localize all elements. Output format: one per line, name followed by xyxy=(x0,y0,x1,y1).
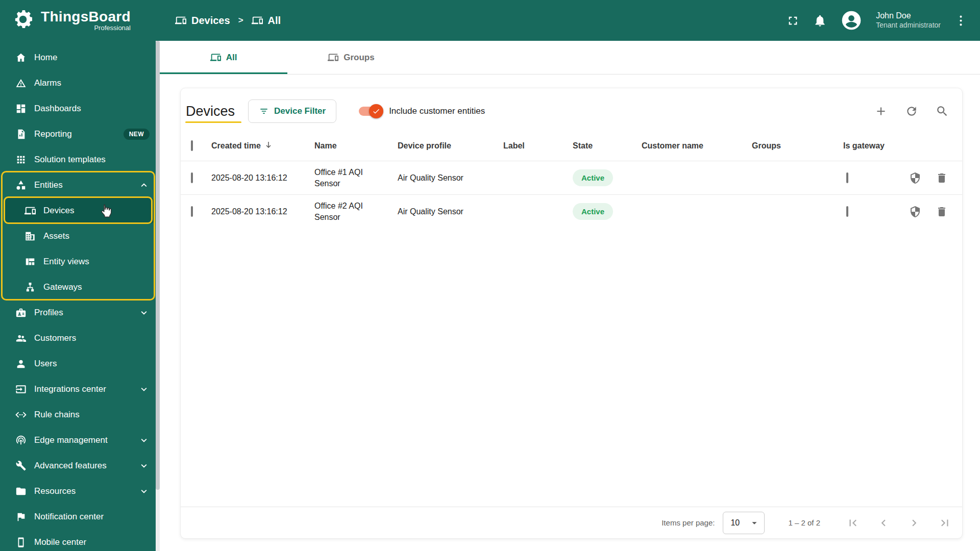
home-icon xyxy=(15,52,27,63)
avatar[interactable] xyxy=(840,9,863,32)
column-header-state[interactable]: State xyxy=(573,141,642,151)
column-header-groups[interactable]: Groups xyxy=(752,141,843,151)
sidebar-item-label: Integrations center xyxy=(34,384,106,394)
delete-button[interactable] xyxy=(936,206,948,218)
sidebar-item-resources[interactable]: Resources xyxy=(0,479,160,504)
sidebar-item-users[interactable]: Users xyxy=(0,351,160,377)
breadcrumb-devices-label: Devices xyxy=(191,15,230,27)
add-device-button[interactable] xyxy=(874,105,888,118)
sidebar-item-rule-chains[interactable]: Rule chains xyxy=(0,402,160,428)
column-header-label[interactable]: Label xyxy=(503,141,573,151)
last-page-button[interactable] xyxy=(929,511,960,535)
sidebar-item-label: Reporting xyxy=(34,129,72,139)
table-row[interactable]: 2025-08-20 13:16:12 Office #2 AQI Sensor… xyxy=(181,194,962,228)
sidebar-item-home[interactable]: Home xyxy=(0,45,160,70)
column-header-created-time[interactable]: Created time xyxy=(211,140,314,152)
delete-button[interactable] xyxy=(936,172,948,184)
device-filter-label: Device Filter xyxy=(274,106,326,116)
sidebar-item-customers[interactable]: Customers xyxy=(0,325,160,351)
row-checkbox[interactable] xyxy=(191,206,193,217)
cell-created-time: 2025-08-20 13:16:12 xyxy=(211,173,314,183)
column-header-is-gateway[interactable]: Is gateway xyxy=(843,141,907,151)
sidebar-item-reporting[interactable]: Reporting NEW xyxy=(0,121,160,147)
brand-name: ThingsBoard xyxy=(41,9,131,24)
column-header-device-profile[interactable]: Device profile xyxy=(398,141,503,151)
reporting-icon xyxy=(15,129,27,140)
devices-table-card: Devices Device Filter Include customer e… xyxy=(180,88,963,539)
select-all-checkbox[interactable] xyxy=(191,140,193,151)
cell-device-profile: Air Quality Sensor xyxy=(398,173,503,183)
sidebar-item-dashboards[interactable]: Dashboards xyxy=(0,96,160,121)
sidebar-item-alarms[interactable]: Alarms xyxy=(0,70,160,96)
sidebar-item-gateways[interactable]: Gateways xyxy=(0,274,160,300)
sidebar-item-edge-management[interactable]: Edge management xyxy=(0,428,160,453)
cell-state: Active xyxy=(573,169,642,186)
tab-groups[interactable]: Groups xyxy=(287,41,415,74)
device-filter-button[interactable]: Device Filter xyxy=(248,99,336,123)
next-page-button[interactable] xyxy=(899,511,929,535)
sort-descending-icon xyxy=(264,140,273,152)
sidebar-scrollbar-thumb[interactable] xyxy=(156,41,160,490)
sidebar-item-advanced-features[interactable]: Advanced features xyxy=(0,453,160,479)
entities-icon xyxy=(15,180,27,191)
cell-name: Office #1 AQI Sensor xyxy=(314,167,398,189)
table-row[interactable]: 2025-08-20 13:16:12 Office #1 AQI Sensor… xyxy=(181,161,962,194)
cell-state: Active xyxy=(573,203,642,220)
is-gateway-checkbox[interactable] xyxy=(846,206,848,217)
more-menu-button[interactable] xyxy=(954,14,968,28)
chevron-up-icon xyxy=(138,180,150,191)
toggle-thumb xyxy=(369,104,383,118)
sidebar-item-label: Edge management xyxy=(34,435,108,445)
table-header-row: Created time Name Device profile Label S… xyxy=(181,131,962,161)
row-actions xyxy=(907,206,957,218)
paginator: Items per page: 10 1 – 2 of 2 xyxy=(181,507,962,538)
column-label: Label xyxy=(503,141,525,151)
column-label: Device profile xyxy=(398,141,451,151)
sidebar-item-entity-views[interactable]: Entity views xyxy=(0,249,160,274)
column-header-name[interactable]: Name xyxy=(314,141,398,151)
fullscreen-button[interactable] xyxy=(786,14,800,28)
is-gateway-checkbox[interactable] xyxy=(846,172,848,183)
chevron-down-icon xyxy=(138,486,150,497)
dashboards-icon xyxy=(15,103,27,114)
sidebar-item-notification-center[interactable]: Notification center xyxy=(0,504,160,530)
user-name: John Doe xyxy=(876,11,941,21)
sidebar-item-label: Resources xyxy=(34,486,76,496)
sidebar-item-assets[interactable]: Assets xyxy=(0,223,160,249)
toggle-label: Include customer entities xyxy=(389,106,485,116)
cell-created-time: 2025-08-20 13:16:12 xyxy=(211,207,314,216)
filter-icon xyxy=(259,106,269,116)
column-label: Created time xyxy=(211,141,261,151)
entity-views-icon xyxy=(24,256,36,267)
previous-page-button[interactable] xyxy=(868,511,899,535)
breadcrumb-all[interactable]: All xyxy=(252,15,281,27)
include-customer-entities-toggle[interactable] xyxy=(359,107,381,116)
check-icon xyxy=(372,107,380,115)
sidebar-item-integrations-center[interactable]: Integrations center xyxy=(0,377,160,402)
breadcrumb-devices[interactable]: Devices xyxy=(175,15,230,27)
app-body: Home Alarms Dashboards Reporting NEW Sol… xyxy=(0,41,980,551)
manage-credentials-button[interactable] xyxy=(909,206,921,218)
sidebar-item-label: Gateways xyxy=(43,282,82,292)
notifications-button[interactable] xyxy=(813,14,827,28)
first-page-button[interactable] xyxy=(838,511,868,535)
column-header-customer-name[interactable]: Customer name xyxy=(642,141,752,151)
manage-credentials-button[interactable] xyxy=(909,172,921,184)
sidebar-item-mobile-center[interactable]: Mobile center xyxy=(0,530,160,551)
sidebar-item-profiles[interactable]: Profiles xyxy=(0,300,160,325)
sidebar-item-devices[interactable]: Devices xyxy=(5,198,155,223)
sidebar-item-entities[interactable]: Entities xyxy=(0,172,160,198)
customers-icon xyxy=(15,333,27,344)
first-page-icon xyxy=(846,516,860,530)
items-per-page-select[interactable]: 10 xyxy=(723,512,765,534)
sidebar-item-solution-templates[interactable]: Solution templates xyxy=(0,147,160,172)
refresh-button[interactable] xyxy=(905,105,918,118)
row-checkbox[interactable] xyxy=(191,172,193,183)
sidebar-scrollbar[interactable] xyxy=(156,41,160,551)
devices-icon xyxy=(175,15,186,26)
search-button[interactable] xyxy=(936,105,949,118)
tab-all[interactable]: All xyxy=(160,41,287,74)
devices-icon xyxy=(252,15,263,26)
plus-icon xyxy=(874,105,888,118)
rule-chains-icon xyxy=(15,409,27,420)
